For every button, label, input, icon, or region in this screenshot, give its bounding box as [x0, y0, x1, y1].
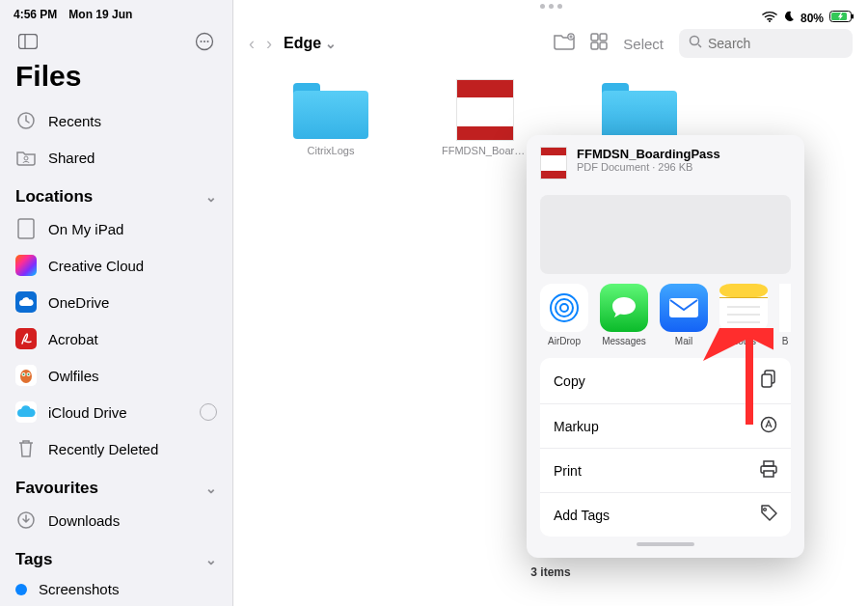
sidebar-item-label: Downloads — [48, 512, 120, 529]
sidebar-item-onedrive[interactable]: OneDrive — [0, 284, 232, 320]
svg-point-26 — [560, 304, 568, 312]
svg-rect-29 — [669, 298, 698, 317]
sidebar-item-acrobat[interactable]: Acrobat — [0, 320, 232, 357]
action-markup[interactable]: Markup — [540, 404, 791, 449]
svg-point-4 — [203, 41, 205, 42]
wifi-icon — [762, 11, 777, 25]
sidebar-item-label: Shared — [48, 150, 95, 166]
sidebar-item-label: OneDrive — [48, 294, 109, 311]
share-subtitle: PDF Document · 296 KB — [577, 161, 720, 173]
svg-rect-32 — [719, 297, 768, 298]
svg-rect-8 — [18, 219, 34, 238]
sidebar-item-on-my-ipad[interactable]: On My iPad — [0, 210, 232, 247]
sidebar-item-creative-cloud[interactable]: Creative Cloud — [0, 247, 232, 284]
toolbar: ‹ › Edge ⌄ Select — [233, 25, 868, 68]
owlfiles-icon — [15, 365, 37, 386]
sidebar-item-recently-deleted[interactable]: Recently Deleted — [0, 430, 232, 467]
share-app-mail[interactable]: Mail — [660, 284, 708, 346]
search-field[interactable] — [679, 29, 853, 58]
locations-header[interactable]: Locations ⌄ — [0, 176, 232, 210]
item-label: CitrixLogs — [287, 145, 374, 156]
svg-rect-41 — [764, 471, 773, 477]
messages-icon — [600, 284, 648, 332]
search-input[interactable] — [708, 36, 843, 51]
svg-rect-31 — [719, 284, 768, 297]
svg-point-9 — [20, 370, 32, 383]
notes-icon — [719, 284, 768, 332]
sidebar-item-owlfiles[interactable]: Owlfiles — [0, 357, 232, 394]
shared-folder-icon — [15, 147, 37, 168]
main-pane: 80% ‹ › Edge ⌄ Select — [233, 0, 868, 606]
svg-rect-0 — [19, 35, 38, 49]
clock-icon — [15, 110, 37, 131]
sidebar-item-label: Creative Cloud — [48, 258, 144, 274]
battery-icon — [829, 11, 854, 25]
action-print[interactable]: Print — [540, 449, 791, 493]
sidebar-tag-screenshots[interactable]: Screenshots — [0, 573, 232, 605]
folder-icon — [602, 83, 677, 139]
share-app-more[interactable]: B — [779, 284, 791, 346]
svg-rect-20 — [591, 34, 598, 41]
svg-point-15 — [769, 20, 771, 22]
status-time: 4:56 PM — [14, 8, 57, 21]
share-actions: Copy Markup Print Add Tags — [540, 358, 791, 537]
sidebar-item-label: Recently Deleted — [48, 441, 158, 457]
svg-rect-18 — [852, 14, 854, 19]
svg-point-12 — [23, 373, 25, 375]
app-partial-icon — [779, 284, 791, 332]
sidebar-toggle-icon[interactable] — [15, 29, 41, 54]
ipad-icon — [15, 218, 37, 239]
sidebar: 4:56 PM Mon 19 Jun Files Recents Shared … — [0, 0, 233, 606]
tags-header[interactable]: Tags ⌄ — [0, 538, 232, 573]
action-add-tags[interactable]: Add Tags — [540, 493, 791, 537]
sidebar-item-downloads[interactable]: Downloads — [0, 502, 232, 538]
favourites-header[interactable]: Favourites ⌄ — [0, 467, 232, 502]
item-count: 3 items — [530, 565, 570, 579]
new-folder-icon[interactable] — [554, 33, 575, 54]
back-button[interactable]: ‹ — [249, 34, 255, 54]
onedrive-icon — [15, 291, 37, 313]
share-app-messages[interactable]: Messages — [600, 284, 648, 346]
folder-item[interactable]: CitrixLogs — [287, 79, 374, 156]
acrobat-icon — [15, 328, 37, 349]
svg-rect-23 — [600, 42, 607, 49]
tag-dot-icon — [15, 584, 27, 595]
sidebar-item-label: Recents — [48, 113, 101, 129]
svg-point-7 — [24, 156, 28, 160]
more-icon[interactable] — [192, 29, 217, 54]
share-preview — [540, 195, 791, 274]
sidebar-item-label: Acrobat — [48, 331, 98, 347]
file-item[interactable]: FFMDSN_BoardingPass — [442, 79, 529, 156]
creative-cloud-icon — [15, 255, 37, 276]
status-date: Mon 19 Jun — [68, 8, 132, 21]
sidebar-item-shared[interactable]: Shared — [0, 139, 232, 176]
share-app-notes[interactable]: Notes — [719, 284, 768, 346]
drag-handle[interactable] — [637, 542, 694, 546]
item-label: FFMDSN_BoardingPass — [442, 145, 529, 156]
sync-status-icon — [200, 403, 217, 421]
svg-point-24 — [691, 37, 699, 45]
markup-icon — [760, 416, 777, 436]
svg-point-42 — [764, 509, 767, 511]
breadcrumb[interactable]: Edge ⌄ — [284, 35, 337, 52]
select-button[interactable]: Select — [623, 36, 664, 52]
copy-icon — [760, 370, 777, 392]
sidebar-item-label: On My iPad — [48, 221, 123, 237]
share-thumb-icon — [540, 147, 567, 179]
chevron-down-icon: ⌄ — [205, 552, 217, 567]
forward-button[interactable]: › — [266, 34, 272, 54]
action-copy[interactable]: Copy — [540, 358, 791, 404]
download-icon — [15, 510, 37, 531]
status-bar-left: 4:56 PM Mon 19 Jun — [0, 6, 232, 25]
sidebar-item-label: iCloud Drive — [48, 404, 127, 421]
svg-point-3 — [201, 41, 203, 42]
search-icon — [689, 35, 702, 52]
folder-icon — [293, 83, 368, 139]
status-bar-right: 80% — [233, 9, 868, 25]
share-app-row[interactable]: AirDrop Messages Mail Notes B — [527, 284, 804, 352]
sidebar-item-label: Owlfiles — [48, 368, 99, 384]
share-app-airdrop[interactable]: AirDrop — [540, 284, 588, 346]
sidebar-item-icloud-drive[interactable]: iCloud Drive — [0, 394, 232, 430]
view-grid-icon[interactable] — [590, 33, 608, 54]
sidebar-item-recents[interactable]: Recents — [0, 102, 232, 139]
